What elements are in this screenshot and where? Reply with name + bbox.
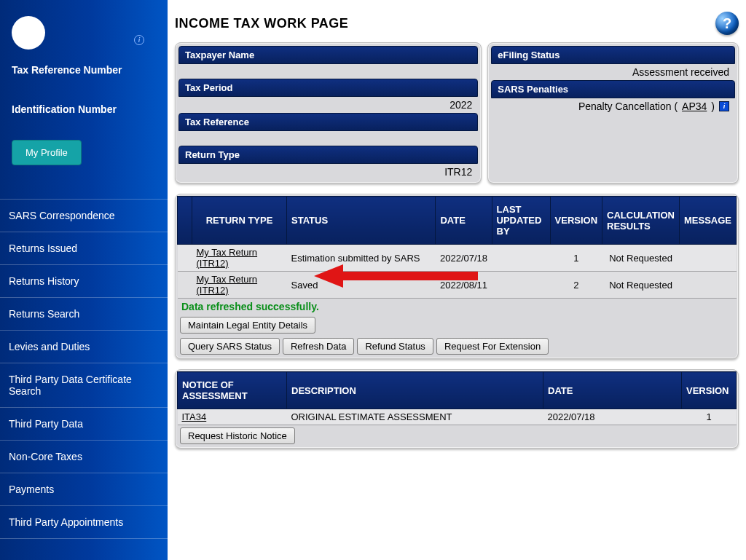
table-row: My Tax Return (ITR12) Saved 2022/08/11 2… xyxy=(178,272,737,299)
my-profile-button[interactable]: My Profile xyxy=(12,140,82,165)
info-panels: Taxpayer Name Tax Period 2022 Tax Refere… xyxy=(175,42,739,184)
nav-non-core-taxes[interactable]: Non-Core Taxes xyxy=(0,441,168,473)
noa-panel: NOTICE OF ASSESSMENT DESCRIPTION DATE VE… xyxy=(175,369,739,449)
return-link[interactable]: My Tax Return (ITR12) xyxy=(197,274,258,296)
col-date: DATE xyxy=(436,197,492,245)
calc-cell: Not Requested xyxy=(602,245,680,272)
returns-table: RETURN TYPE STATUS DATE LAST UPDATED BY … xyxy=(177,196,737,299)
returns-panel: RETURN TYPE STATUS DATE LAST UPDATED BY … xyxy=(175,194,739,359)
noa-desc-cell: ORIGINAL ESTIMATE ASSESSMENT xyxy=(287,409,543,425)
page-title-row: INCOME TAX WORK PAGE ? xyxy=(175,12,739,35)
taxpayer-name-value xyxy=(178,64,478,79)
col-message: MESSAGE xyxy=(679,197,736,245)
table-row: My Tax Return (ITR12) Estimation submitt… xyxy=(178,245,737,272)
efiling-status-header: eFiling Status xyxy=(491,46,735,64)
lub-cell xyxy=(492,245,550,272)
col-desc: DESCRIPTION xyxy=(287,372,543,409)
main-area: INCOME TAX WORK PAGE ? Taxpayer Name Tax… xyxy=(168,0,746,560)
sidebar: i Tax Reference Number Identification Nu… xyxy=(0,0,168,560)
request-extension-button[interactable]: Request For Extension xyxy=(436,338,549,355)
nav-returns-search[interactable]: Returns Search xyxy=(0,298,168,331)
version-cell: 1 xyxy=(550,245,602,272)
nav-third-party-appointments[interactable]: Third Party Appointments xyxy=(0,506,168,539)
col-version: VERSION xyxy=(550,197,602,245)
status-cell: Saved xyxy=(287,272,436,299)
version-cell: 2 xyxy=(550,272,602,299)
sidebar-header: i Tax Reference Number Identification Nu… xyxy=(0,0,168,177)
lub-cell xyxy=(492,272,550,299)
penalty-after: ) xyxy=(711,100,715,112)
penalty-text: Penalty Cancellation ( xyxy=(578,100,678,112)
date-cell: 2022/08/11 xyxy=(436,272,492,299)
sars-penalty-value: Penalty Cancellation ( AP34 ) i xyxy=(491,98,735,114)
col-last-updated-by: LAST UPDATED BY xyxy=(492,197,550,245)
tax-ref-label: Tax Reference Number xyxy=(12,64,156,76)
penalty-ap34-link[interactable]: AP34 xyxy=(682,100,707,112)
maintain-legal-entity-button[interactable]: Maintain Legal Entity Details xyxy=(180,317,315,334)
col-return-type: RETURN TYPE xyxy=(192,197,287,245)
col-blank xyxy=(178,197,192,245)
data-refresh-status: Data refreshed successfully. xyxy=(177,299,737,315)
id-number-label: Identification Number xyxy=(12,103,156,115)
status-cell: Estimation submitted by SARS xyxy=(287,245,436,272)
nav-third-party-data[interactable]: Third Party Data xyxy=(0,408,168,441)
help-icon[interactable]: ? xyxy=(715,12,739,35)
msg-cell xyxy=(679,272,736,299)
tax-period-header: Tax Period xyxy=(178,79,478,97)
info-icon[interactable]: i xyxy=(134,35,144,45)
nav-levies-duties[interactable]: Levies and Duties xyxy=(0,331,168,363)
tax-period-value: 2022 xyxy=(178,97,478,113)
page-title: INCOME TAX WORK PAGE xyxy=(175,16,348,31)
msg-cell xyxy=(679,245,736,272)
col-calc-results: CALCULATION RESULTS xyxy=(602,197,680,245)
refund-status-button[interactable]: Refund Status xyxy=(357,338,433,355)
nav-returns-history[interactable]: Returns History xyxy=(0,265,168,298)
return-type-value: ITR12 xyxy=(178,164,478,180)
ita34-link[interactable]: ITA34 xyxy=(182,411,207,422)
col-noa-date: DATE xyxy=(543,372,682,409)
col-status: STATUS xyxy=(287,197,436,245)
nav-returns-issued[interactable]: Returns Issued xyxy=(0,232,168,265)
info-box-icon[interactable]: i xyxy=(719,101,729,111)
avatar xyxy=(12,16,45,50)
nav-third-party-cert-search[interactable]: Third Party Data Certificate Search xyxy=(0,363,168,408)
noa-date-cell: 2022/07/18 xyxy=(543,409,682,425)
return-link[interactable]: My Tax Return (ITR12) xyxy=(197,247,258,269)
nav-payments[interactable]: Payments xyxy=(0,473,168,506)
request-historic-notice-button[interactable]: Request Historic Notice xyxy=(180,427,295,444)
noa-version-cell: 1 xyxy=(682,409,737,425)
sidebar-nav: SARS Correspondence Returns Issued Retur… xyxy=(0,199,168,539)
efiling-panel: eFiling Status Assessment received SARS … xyxy=(487,42,739,184)
date-cell: 2022/07/18 xyxy=(436,245,492,272)
efiling-status-value: Assessment received xyxy=(491,64,735,80)
table-row: ITA34 ORIGINAL ESTIMATE ASSESSMENT 2022/… xyxy=(178,409,737,425)
tax-ref-value xyxy=(178,131,478,146)
taxpayer-panel: Taxpayer Name Tax Period 2022 Tax Refere… xyxy=(175,42,482,184)
query-sars-status-button[interactable]: Query SARS Status xyxy=(180,338,280,355)
taxpayer-name-header: Taxpayer Name xyxy=(178,46,478,64)
return-type-header: Return Type xyxy=(178,146,478,164)
sars-penalties-header: SARS Penalties xyxy=(491,80,735,98)
nav-sars-correspondence[interactable]: SARS Correspondence xyxy=(0,199,168,232)
refresh-data-button[interactable]: Refresh Data xyxy=(283,338,355,355)
col-noa-version: VERSION xyxy=(682,372,737,409)
col-noa: NOTICE OF ASSESSMENT xyxy=(178,372,287,409)
noa-table: NOTICE OF ASSESSMENT DESCRIPTION DATE VE… xyxy=(177,371,737,425)
calc-cell: Not Requested xyxy=(602,272,680,299)
tax-ref-header: Tax Reference xyxy=(178,113,478,131)
